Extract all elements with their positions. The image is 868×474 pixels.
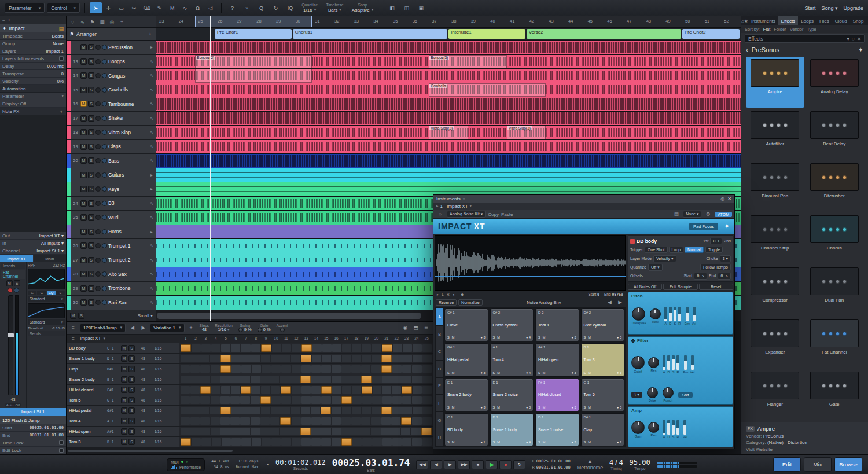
step-cell[interactable] bbox=[292, 438, 301, 446]
pad-mute[interactable]: M bbox=[588, 440, 591, 444]
zoom-icon[interactable]: ◌ bbox=[68, 18, 77, 26]
drum-pad[interactable]: C# 1 Clave SM● 3 bbox=[444, 308, 488, 341]
monitor-button[interactable] bbox=[102, 243, 107, 248]
effect-item[interactable]: Chorus bbox=[806, 213, 864, 264]
resolution-setting[interactable]: Resolution1/16▾ bbox=[215, 324, 233, 332]
track-header[interactable]: M S Percussion ▸ bbox=[67, 41, 156, 55]
filter-power-toggle[interactable] bbox=[631, 339, 635, 343]
inspector-property[interactable]: Layers follow events bbox=[0, 55, 66, 63]
monitor-button[interactable] bbox=[102, 186, 107, 192]
close-icon[interactable]: ✕ bbox=[727, 196, 731, 201]
sort-option-folder[interactable]: Folder bbox=[774, 27, 786, 32]
step-cell[interactable] bbox=[402, 376, 411, 383]
step-cell[interactable] bbox=[311, 396, 321, 404]
power-icon[interactable]: ○ bbox=[436, 210, 444, 218]
steps-setting[interactable]: Steps48 bbox=[200, 324, 209, 332]
browser-tab-shop[interactable]: Shop bbox=[850, 16, 867, 25]
step-cell[interactable] bbox=[413, 386, 422, 394]
mute-button[interactable]: M bbox=[80, 44, 87, 50]
pitch-adsr-sliders[interactable]: A D S R bbox=[664, 307, 681, 325]
record-arm-button[interactable] bbox=[95, 144, 101, 149]
play-button[interactable]: ▶ bbox=[486, 460, 498, 469]
channel-tab-device[interactable]: Impact XT bbox=[0, 255, 33, 262]
mix-view-button[interactable]: Mix bbox=[804, 457, 832, 472]
monitor-button[interactable] bbox=[102, 172, 107, 178]
filter-adsr-sliders[interactable]: A D S R bbox=[663, 355, 679, 374]
mute-button[interactable]: M bbox=[80, 257, 87, 263]
inspector-property[interactable]: Velocity0% bbox=[0, 78, 66, 85]
pad-bank-E[interactable]: E bbox=[436, 378, 443, 395]
timeline-track[interactable]: Vibra Slap(2)Vibra Slap(3) bbox=[156, 126, 741, 140]
step-cell[interactable] bbox=[190, 417, 200, 425]
add-note-fx-button[interactable]: ＋ bbox=[59, 108, 64, 115]
pad-mute[interactable]: M bbox=[543, 371, 546, 374]
eraser-tool[interactable]: ⌫ bbox=[141, 2, 153, 13]
monitor-button[interactable] bbox=[102, 101, 107, 106]
step-cell[interactable] bbox=[200, 365, 209, 373]
pattern-row-header[interactable]: Clap D#1 M S 48 1/16 bbox=[67, 364, 179, 374]
trigger-loop[interactable]: Loop bbox=[669, 247, 684, 253]
split-tool[interactable]: ✂ bbox=[128, 2, 140, 13]
channel-tab-main[interactable]: Main bbox=[34, 255, 67, 262]
pattern-row-header[interactable]: Snare 1 body D 1 M S 48 1/16 bbox=[67, 354, 179, 363]
step-cell[interactable] bbox=[201, 438, 211, 446]
browser-tab-files[interactable]: Files bbox=[816, 16, 832, 25]
audio-clip[interactable]: Bongos(3) bbox=[429, 55, 507, 69]
eq-tab-g[interactable]: G bbox=[28, 291, 36, 295]
pattern-device-selector[interactable]: ≡ Impact XT ▾ bbox=[67, 335, 179, 343]
solo-button[interactable]: S bbox=[88, 44, 94, 50]
list-view-icon[interactable]: ≣ bbox=[422, 324, 431, 332]
checkbox[interactable] bbox=[59, 56, 64, 61]
step-cell[interactable] bbox=[392, 438, 402, 446]
step-cell[interactable] bbox=[422, 386, 432, 394]
pattern-row-header[interactable]: Snare 2 body E 1 M S 48 1/16 bbox=[67, 374, 179, 384]
row-solo-button[interactable]: S bbox=[128, 387, 135, 393]
step-cell[interactable] bbox=[412, 376, 421, 383]
step-cell[interactable] bbox=[301, 365, 311, 373]
step-cell[interactable] bbox=[190, 407, 200, 414]
step-cell[interactable] bbox=[422, 417, 432, 425]
timeline-track[interactable] bbox=[156, 97, 741, 112]
step-cell[interactable] bbox=[412, 438, 421, 446]
row-solo-button[interactable]: S bbox=[128, 366, 135, 372]
pad-solo[interactable]: S bbox=[493, 336, 495, 339]
menu-icon[interactable]: ≡ bbox=[2, 17, 5, 23]
record-arm-button[interactable] bbox=[95, 45, 101, 50]
pan-knob[interactable] bbox=[648, 422, 659, 433]
step-cell[interactable] bbox=[211, 344, 220, 352]
drum-pad[interactable]: D 2 Tom 1 SM● 3 bbox=[535, 308, 579, 341]
pad-solo[interactable]: S bbox=[447, 336, 450, 339]
pad-mute[interactable]: M bbox=[497, 440, 500, 444]
record-arm-button[interactable] bbox=[95, 243, 101, 248]
step-cell[interactable] bbox=[393, 344, 402, 352]
record-arm-button[interactable] bbox=[8, 288, 13, 293]
pad-mute[interactable]: M bbox=[452, 336, 455, 339]
global-solo-button[interactable]: S bbox=[78, 313, 84, 319]
time-display-bars[interactable]: 00025.03.01.74 Bars bbox=[332, 457, 410, 472]
step-cell[interactable] bbox=[402, 365, 411, 373]
step-cell[interactable] bbox=[332, 417, 341, 425]
step-cell[interactable] bbox=[412, 396, 421, 404]
solo-button[interactable]: S bbox=[88, 58, 94, 65]
arranger-section[interactable]: Pre Chor2 bbox=[682, 29, 740, 39]
step-cell[interactable] bbox=[352, 407, 361, 414]
monitor-button[interactable] bbox=[102, 201, 107, 206]
row-mute-button[interactable]: M bbox=[121, 345, 127, 351]
step-cell[interactable] bbox=[301, 417, 311, 425]
drum-pad[interactable]: E 1 Snare 2 noise SM● 3 bbox=[490, 379, 534, 411]
step-cell[interactable] bbox=[352, 344, 361, 352]
step-cell[interactable] bbox=[190, 376, 200, 383]
step-cell[interactable] bbox=[422, 376, 432, 383]
step-cell[interactable] bbox=[190, 386, 200, 394]
pattern-row-header[interactable]: HiHat closed F#1 M S 48 1/16 bbox=[67, 385, 179, 395]
track-header[interactable]: 28 M S Alto Sax ∿ bbox=[67, 267, 156, 282]
effect-item[interactable]: Expander bbox=[746, 317, 804, 368]
step-cell[interactable] bbox=[200, 376, 209, 383]
io-row[interactable]: InAll Inputs ▾ bbox=[0, 240, 66, 247]
step-cell[interactable] bbox=[262, 365, 271, 373]
row-mute-button[interactable]: M bbox=[121, 355, 127, 362]
step-cell[interactable] bbox=[260, 417, 270, 425]
step-cell[interactable] bbox=[190, 355, 200, 362]
mute-button[interactable]: M bbox=[80, 115, 87, 122]
step-cell[interactable] bbox=[200, 396, 209, 404]
